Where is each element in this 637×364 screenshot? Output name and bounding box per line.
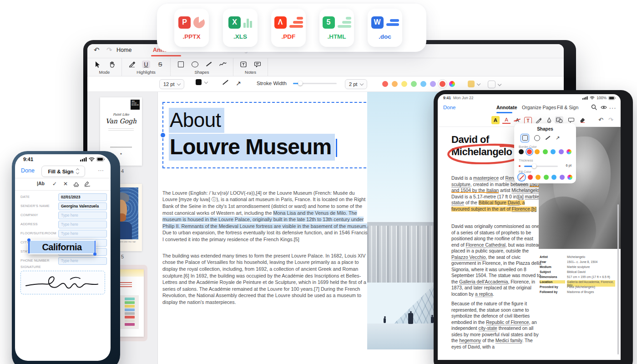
arrow-tool-icon[interactable]: ↗ (236, 80, 241, 87)
color-swatch[interactable] (566, 149, 571, 154)
thickness-slider[interactable]: 6 pt (519, 163, 571, 169)
eraser-tool-icon[interactable] (578, 116, 586, 124)
line-shape-option[interactable] (546, 136, 550, 140)
color-swatch[interactable] (449, 81, 455, 87)
more-icon[interactable]: ⋯ (98, 167, 104, 174)
view-eye-icon[interactable] (601, 105, 607, 110)
selection-handle-left[interactable] (161, 133, 165, 137)
redo-icon[interactable]: ↷ (608, 116, 613, 123)
checkmark-tool[interactable]: ✓ (52, 181, 57, 187)
stamp-tool-icon[interactable] (73, 181, 79, 187)
signature-tool-icon[interactable] (84, 181, 91, 187)
highlight-color-select[interactable] (468, 81, 480, 87)
info-value: 1501– c. June 8, 1504 (567, 260, 615, 263)
floor-input[interactable]: Type here (58, 230, 107, 238)
ellipse-shape-option[interactable] (534, 135, 540, 141)
cross-tool[interactable]: ✕ (63, 181, 68, 187)
color-swatch[interactable] (528, 175, 533, 180)
done-button[interactable]: Done (21, 167, 35, 174)
info-label: Medium (540, 265, 565, 268)
tab-fill-sign[interactable]: Fill & Sign (557, 105, 578, 110)
rectangle-shape-option[interactable] (521, 134, 529, 142)
phone-input[interactable]: Type here (58, 257, 107, 265)
stroke-width-slider[interactable] (293, 83, 337, 84)
slider-knob[interactable] (532, 164, 536, 168)
more-icon[interactable]: ⋯ (609, 104, 616, 112)
slider-knob[interactable] (298, 81, 303, 86)
zoomed-text: California (42, 242, 81, 253)
company-input[interactable]: Type here (58, 212, 107, 219)
field-label: ADDRESS (20, 222, 38, 226)
highlight-tool-icon[interactable]: A (491, 116, 500, 124)
color-swatch[interactable] (519, 174, 525, 180)
color-swatch[interactable] (420, 81, 426, 87)
date-input[interactable]: 02/01/2023 (58, 193, 107, 201)
undo-icon[interactable]: ↶ (94, 46, 100, 54)
scrollbar[interactable] (617, 204, 619, 354)
color-swatch[interactable] (440, 81, 445, 87)
line-shape-icon[interactable] (205, 61, 213, 68)
line-tool-icon[interactable] (222, 82, 229, 83)
rectangle-shape-icon[interactable] (177, 61, 185, 68)
color-swatch[interactable] (551, 175, 556, 180)
tab-annotate[interactable]: Annotate (496, 105, 517, 110)
tab-home[interactable]: Home (116, 47, 131, 53)
underline-tool-icon[interactable]: A (502, 116, 511, 124)
text-segment: city-state (479, 326, 497, 331)
text-segment: Medici family (495, 338, 522, 343)
info-label: Location (540, 280, 565, 283)
hand-icon[interactable] (107, 61, 116, 68)
sender-name-input[interactable]: Georgina Valenzuela (58, 202, 107, 210)
color-swatch[interactable] (411, 81, 417, 87)
color-swatch[interactable] (560, 175, 565, 180)
color-swatch[interactable] (567, 175, 572, 180)
cover-line2: Van Gogh (100, 117, 142, 125)
fill-color-select[interactable] (488, 81, 501, 88)
color-swatch[interactable] (551, 149, 556, 154)
selection-handle-right[interactable] (95, 241, 96, 253)
color-swatch[interactable] (559, 149, 564, 154)
underline-tool-icon[interactable]: U (142, 61, 150, 68)
redo-icon[interactable]: ↷ (106, 46, 112, 54)
color-swatch[interactable] (536, 175, 541, 180)
color-swatch[interactable] (392, 81, 398, 87)
tab-organize-pages[interactable]: Organize Pages (522, 105, 556, 110)
text-field-tool[interactable]: |Ab (37, 181, 45, 186)
bar-chart-motif (243, 17, 252, 28)
pdf-letter-badge: Λ (274, 16, 287, 29)
address-input[interactable]: Type here (58, 221, 107, 228)
ellipse-shape-icon[interactable] (191, 61, 199, 68)
ipad-nav-bar: Done Annotate Organize Pages Fill & Sign… (438, 101, 621, 115)
search-icon[interactable] (591, 104, 597, 110)
font-size-select[interactable]: 12 pt (159, 79, 184, 89)
cursor-icon[interactable] (93, 61, 101, 68)
undo-icon[interactable]: ↶ (598, 116, 603, 123)
doc-label: .doc (368, 33, 402, 40)
group-notes: Notes (233, 58, 268, 76)
color-swatch[interactable] (401, 81, 407, 87)
mode-selector[interactable]: Fill & Sign (41, 166, 85, 177)
text-note-icon[interactable] (239, 61, 248, 68)
color-swatch[interactable] (527, 149, 532, 154)
stroke-width-select[interactable]: 2 pt (345, 79, 367, 89)
comment-icon[interactable] (253, 61, 262, 68)
strikethrough-tool-icon[interactable]: S (156, 61, 164, 68)
arrow-shape-option[interactable]: ↗ (556, 135, 560, 141)
highlight-pen-icon[interactable] (128, 61, 136, 68)
color-swatch[interactable] (544, 175, 549, 180)
color-swatch[interactable] (543, 149, 548, 154)
signature-box[interactable] (20, 271, 105, 294)
color-swatch[interactable] (430, 81, 436, 87)
text-color-select[interactable] (196, 79, 207, 85)
done-button[interactable]: Done (443, 105, 456, 110)
freehand-shape-icon[interactable] (219, 61, 227, 68)
color-swatch[interactable] (535, 149, 540, 154)
selection-handle-left[interactable] (28, 241, 30, 253)
text-selection-box[interactable]: About Louvre Museum (162, 102, 371, 168)
text-segment: masterpiece (473, 176, 499, 181)
color-swatch[interactable] (382, 81, 388, 87)
info-row: Followed byMadonna of Bruges (540, 290, 615, 295)
color-swatch[interactable] (519, 149, 524, 154)
battery-icon (608, 96, 616, 100)
group-label-mode: Mode (99, 70, 110, 75)
